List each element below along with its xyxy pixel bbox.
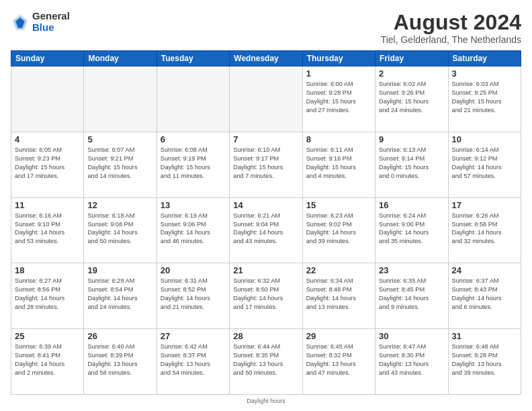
day-info: Sunrise: 6:26 AM Sunset: 8:58 PM Dayligh… [452,212,517,246]
day-number: 5 [87,134,152,144]
day-info: Sunrise: 6:14 AM Sunset: 9:12 PM Dayligh… [452,146,517,181]
calendar-cell [230,66,302,132]
calendar-cell: 3Sunrise: 6:03 AM Sunset: 9:25 PM Daylig… [448,66,521,132]
day-number: 1 [306,68,371,79]
day-info: Sunrise: 6:45 AM Sunset: 8:32 PM Dayligh… [306,342,371,377]
calendar-cell: 30Sunrise: 6:47 AM Sunset: 8:30 PM Dayli… [375,329,448,395]
calendar-cell: 21Sunrise: 6:32 AM Sunset: 8:50 PM Dayli… [230,263,302,329]
calendar-cell: 16Sunrise: 6:24 AM Sunset: 9:00 PM Dayli… [375,197,448,263]
day-number: 15 [306,200,371,210]
calendar-cell: 18Sunrise: 6:27 AM Sunset: 8:56 PM Dayli… [11,263,84,329]
calendar-cell: 12Sunrise: 6:18 AM Sunset: 9:08 PM Dayli… [84,197,157,263]
day-info: Sunrise: 6:21 AM Sunset: 9:04 PM Dayligh… [233,212,298,246]
day-info: Sunrise: 6:10 AM Sunset: 9:17 PM Dayligh… [233,146,298,181]
calendar-cell: 31Sunrise: 6:48 AM Sunset: 8:28 PM Dayli… [448,329,521,395]
day-info: Sunrise: 6:48 AM Sunset: 8:28 PM Dayligh… [452,342,517,377]
day-info: Sunrise: 6:02 AM Sunset: 9:26 PM Dayligh… [379,80,444,115]
day-info: Sunrise: 6:39 AM Sunset: 8:41 PM Dayligh… [15,342,80,377]
header-cell-thursday: Thursday [302,51,375,66]
day-number: 13 [161,200,226,210]
calendar-cell: 8Sunrise: 6:11 AM Sunset: 9:16 PM Daylig… [302,132,375,197]
day-number: 24 [452,265,517,275]
calendar-cell: 23Sunrise: 6:35 AM Sunset: 8:45 PM Dayli… [375,263,448,329]
calendar-cell [11,66,84,132]
day-number: 28 [233,331,298,341]
header-cell-sunday: Sunday [11,51,84,66]
day-number: 19 [87,265,152,275]
week-row-1: 1Sunrise: 6:00 AM Sunset: 9:28 PM Daylig… [11,66,521,132]
day-number: 3 [452,68,517,79]
day-info: Sunrise: 6:40 AM Sunset: 8:39 PM Dayligh… [87,342,152,377]
day-info: Sunrise: 6:19 AM Sunset: 9:06 PM Dayligh… [161,212,226,246]
day-number: 31 [452,331,517,341]
calendar-cell: 13Sunrise: 6:19 AM Sunset: 9:06 PM Dayli… [157,197,229,263]
logo: General Blue [11,11,70,33]
day-number: 9 [379,134,444,144]
day-info: Sunrise: 6:08 AM Sunset: 9:19 PM Dayligh… [161,146,226,181]
week-row-5: 25Sunrise: 6:39 AM Sunset: 8:41 PM Dayli… [11,329,521,395]
day-number: 18 [15,265,80,275]
calendar-cell: 10Sunrise: 6:14 AM Sunset: 9:12 PM Dayli… [448,132,521,197]
day-number: 22 [306,265,371,275]
day-number: 2 [379,68,444,79]
week-row-3: 11Sunrise: 6:16 AM Sunset: 9:10 PM Dayli… [11,197,521,263]
calendar-cell: 29Sunrise: 6:45 AM Sunset: 8:32 PM Dayli… [302,329,375,395]
header-cell-wednesday: Wednesday [230,51,302,66]
day-info: Sunrise: 6:37 AM Sunset: 8:43 PM Dayligh… [452,277,517,312]
footer: Daylight hours [11,398,521,404]
day-number: 16 [379,200,444,210]
day-number: 6 [161,134,226,144]
day-info: Sunrise: 6:44 AM Sunset: 8:35 PM Dayligh… [233,342,298,377]
calendar-body: 1Sunrise: 6:00 AM Sunset: 9:28 PM Daylig… [11,66,521,395]
day-info: Sunrise: 6:23 AM Sunset: 9:02 PM Dayligh… [306,212,371,246]
header: General Blue August 2024 Tiel, Gelderlan… [11,11,521,45]
subtitle: Tiel, Gelderland, The Netherlands [381,34,521,45]
calendar-cell: 20Sunrise: 6:31 AM Sunset: 8:52 PM Dayli… [157,263,229,329]
day-number: 8 [306,134,371,144]
logo-text: General Blue [32,11,70,33]
footer-text: Daylight hours [247,398,285,404]
day-number: 14 [233,200,298,210]
logo-icon [11,13,30,32]
day-number: 12 [87,200,152,210]
header-cell-saturday: Saturday [448,51,521,66]
header-cell-friday: Friday [375,51,448,66]
logo-blue: Blue [32,22,70,34]
calendar-cell: 24Sunrise: 6:37 AM Sunset: 8:43 PM Dayli… [448,263,521,329]
calendar-cell [84,66,157,132]
day-info: Sunrise: 6:07 AM Sunset: 9:21 PM Dayligh… [87,146,152,181]
day-number: 10 [452,134,517,144]
day-number: 29 [306,331,371,341]
calendar-cell: 14Sunrise: 6:21 AM Sunset: 9:04 PM Dayli… [230,197,302,263]
day-info: Sunrise: 6:03 AM Sunset: 9:25 PM Dayligh… [452,80,517,115]
day-info: Sunrise: 6:35 AM Sunset: 8:45 PM Dayligh… [379,277,444,312]
calendar-cell: 19Sunrise: 6:29 AM Sunset: 8:54 PM Dayli… [84,263,157,329]
day-number: 25 [15,331,80,341]
calendar-cell: 1Sunrise: 6:00 AM Sunset: 9:28 PM Daylig… [302,66,375,132]
title-block: August 2024 Tiel, Gelderland, The Nether… [381,11,521,45]
day-info: Sunrise: 6:11 AM Sunset: 9:16 PM Dayligh… [306,146,371,181]
day-info: Sunrise: 6:05 AM Sunset: 9:23 PM Dayligh… [15,146,80,181]
day-info: Sunrise: 6:16 AM Sunset: 9:10 PM Dayligh… [15,212,80,246]
calendar-table: SundayMondayTuesdayWednesdayThursdayFrid… [11,50,521,395]
day-info: Sunrise: 6:47 AM Sunset: 8:30 PM Dayligh… [379,342,444,377]
header-row: SundayMondayTuesdayWednesdayThursdayFrid… [11,51,521,66]
day-number: 17 [452,200,517,210]
header-cell-tuesday: Tuesday [157,51,229,66]
day-info: Sunrise: 6:34 AM Sunset: 8:48 PM Dayligh… [306,277,371,312]
day-number: 26 [87,331,152,341]
calendar-cell: 9Sunrise: 6:13 AM Sunset: 9:14 PM Daylig… [375,132,448,197]
main-title: August 2024 [381,11,521,34]
calendar-cell: 27Sunrise: 6:42 AM Sunset: 8:37 PM Dayli… [157,329,229,395]
calendar-cell: 11Sunrise: 6:16 AM Sunset: 9:10 PM Dayli… [11,197,84,263]
day-number: 23 [379,265,444,275]
day-number: 4 [15,134,80,144]
day-info: Sunrise: 6:29 AM Sunset: 8:54 PM Dayligh… [87,277,152,312]
calendar-cell: 25Sunrise: 6:39 AM Sunset: 8:41 PM Dayli… [11,329,84,395]
day-info: Sunrise: 6:27 AM Sunset: 8:56 PM Dayligh… [15,277,80,312]
calendar-cell: 2Sunrise: 6:02 AM Sunset: 9:26 PM Daylig… [375,66,448,132]
calendar-header: SundayMondayTuesdayWednesdayThursdayFrid… [11,51,521,66]
day-info: Sunrise: 6:13 AM Sunset: 9:14 PM Dayligh… [379,146,444,181]
day-info: Sunrise: 6:31 AM Sunset: 8:52 PM Dayligh… [161,277,226,312]
calendar-cell [157,66,229,132]
